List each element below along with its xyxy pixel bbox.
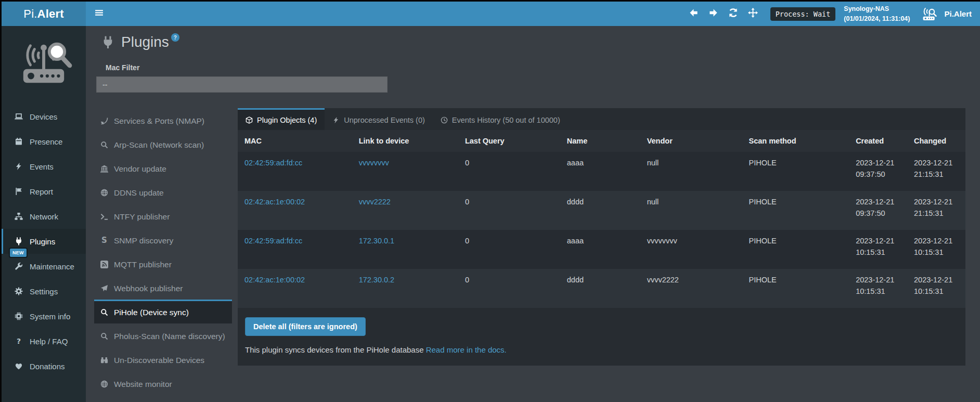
plugin-nav-item-services-ports-nmap[interactable]: Services & Ports (NMAP) bbox=[94, 108, 232, 132]
gear-icon bbox=[14, 287, 23, 295]
tab-unprocessed-events-0[interactable]: Unprocessed Events (0) bbox=[325, 108, 433, 130]
plugin-panel: Plugin Objects (4)Unprocessed Events (0)… bbox=[238, 108, 965, 366]
last-query-cell: 0 bbox=[458, 269, 560, 308]
rss-icon bbox=[99, 261, 109, 268]
search-icon bbox=[99, 308, 109, 316]
move-button[interactable] bbox=[743, 8, 763, 20]
created-cell: 2023-12-2110:15:31 bbox=[849, 230, 907, 269]
scan-method-cell: PIHOLE bbox=[742, 269, 849, 308]
app-logo bbox=[2, 38, 86, 89]
name-cell: aaaa bbox=[560, 152, 640, 191]
plugin-nav-label: NTFY publisher bbox=[114, 212, 170, 222]
mac-link[interactable]: 02:42:ac:1e:00:02 bbox=[244, 276, 305, 284]
device-link[interactable]: vvvvvvvv bbox=[359, 159, 389, 167]
plugin-nav-label: Website monitor bbox=[114, 380, 172, 389]
plugin-nav: Services & Ports (NMAP)Arp-Scan (Network… bbox=[94, 108, 232, 395]
page-title: Plugins bbox=[121, 34, 169, 50]
send-icon bbox=[99, 284, 109, 292]
column-header-scan-method: Scan method bbox=[742, 130, 849, 152]
plugin-nav-item-pihole-device-sync[interactable]: PiHole (Device sync) bbox=[94, 300, 232, 323]
mac-link[interactable]: 02:42:59:ad:fd:cc bbox=[244, 159, 302, 167]
sidebar-item-maintenance[interactable]: MaintenanceNEW bbox=[2, 254, 86, 279]
sidebar-item-system-info[interactable]: System info bbox=[2, 304, 86, 329]
name-cell: dddd bbox=[560, 269, 640, 308]
sidebar-item-label: System info bbox=[30, 312, 70, 321]
mac-filter-input[interactable] bbox=[96, 76, 388, 93]
plugin-nav-item-arp-scan-network-scan[interactable]: Arp-Scan (Network scan) bbox=[94, 132, 232, 156]
sidebar-item-help-faq[interactable]: ?Help / FAQ bbox=[2, 329, 86, 354]
app-window: Pi.Alert Process: Wait Synology-NAS (01/… bbox=[0, 0, 980, 402]
plugin-nav-label: MQTT publisher bbox=[114, 260, 172, 269]
refresh-button[interactable] bbox=[724, 8, 743, 20]
sidebar-toggle-button[interactable] bbox=[86, 2, 112, 26]
search-icon bbox=[99, 141, 109, 149]
help-badge[interactable]: ? bbox=[171, 33, 179, 42]
plugin-description: This plugin syncs devices from the PiHol… bbox=[245, 345, 958, 354]
brand-logo[interactable]: Pi.Alert bbox=[2, 2, 86, 26]
sidebar-item-devices[interactable]: Devices bbox=[2, 104, 86, 129]
tab-plugin-objects-4[interactable]: Plugin Objects (4) bbox=[238, 108, 325, 130]
sidebar-item-label: Settings bbox=[30, 287, 58, 296]
plugin-nav-item-un-discoverable-devices[interactable]: Un-Discoverable Devices bbox=[94, 347, 232, 371]
docs-link[interactable]: Read more in the docs. bbox=[426, 345, 507, 354]
device-link[interactable]: 172.30.0.1 bbox=[359, 237, 395, 245]
wrench-icon bbox=[14, 262, 23, 270]
sidebar-item-label: Help / FAQ bbox=[30, 337, 68, 346]
tab-label: Plugin Objects (4) bbox=[257, 116, 317, 124]
terminal-icon bbox=[99, 213, 109, 221]
plugin-nav-label: PiHole (Device sync) bbox=[114, 308, 189, 317]
topbar: Pi.Alert Process: Wait Synology-NAS (01/… bbox=[2, 2, 980, 26]
tab-label: Events History (50 out of 10000) bbox=[452, 116, 560, 124]
plugin-objects-table: MACLink to deviceLast QueryNameVendorSca… bbox=[238, 130, 965, 308]
vendor-cell: vvvv2222 bbox=[640, 269, 742, 308]
sidebar-item-settings[interactable]: Settings bbox=[2, 279, 86, 304]
plugin-nav-item-ddns-update[interactable]: DDNS update bbox=[94, 180, 232, 204]
changed-cell: 2023-12-2121:15:31 bbox=[907, 152, 965, 191]
new-badge: NEW bbox=[10, 249, 27, 257]
plugin-nav-item-website-monitor[interactable]: Website monitor bbox=[94, 371, 232, 395]
mac-link[interactable]: 02:42:59:ad:fd:cc bbox=[244, 237, 302, 245]
device-link[interactable]: 172.30.0.2 bbox=[359, 276, 395, 284]
column-header-created: Created bbox=[849, 130, 907, 152]
sidebar-item-presence[interactable]: Presence bbox=[2, 129, 86, 154]
sidebar-item-label: Events bbox=[30, 162, 54, 171]
tab-events-history-50-out-of-10000[interactable]: Events History (50 out of 10000) bbox=[433, 108, 568, 130]
plugin-nav-item-pholus-scan-name-discovery[interactable]: Pholus-Scan (Name discovery) bbox=[94, 323, 232, 347]
plug-icon bbox=[14, 237, 23, 245]
mac-link[interactable]: 02:42:ac:1e:00:02 bbox=[244, 198, 305, 206]
sidebar-item-events[interactable]: Events bbox=[2, 154, 86, 179]
globe-icon bbox=[99, 380, 109, 388]
vendor-cell: null bbox=[640, 152, 742, 191]
plug-icon bbox=[101, 36, 114, 51]
table-row: 02:42:ac:1e:00:02172.30.0.20ddddvvvv2222… bbox=[238, 269, 965, 308]
forward-button[interactable] bbox=[704, 8, 724, 20]
plugin-nav-item-webhook-publisher[interactable]: Webhook publisher bbox=[94, 276, 232, 300]
tab-bar: Plugin Objects (4)Unprocessed Events (0)… bbox=[238, 108, 965, 130]
plugin-nav-item-ntfy-publisher[interactable]: NTFY publisher bbox=[94, 204, 232, 228]
sidebar-item-report[interactable]: Report bbox=[2, 179, 86, 204]
column-header-changed: Changed bbox=[907, 130, 965, 152]
sidebar-item-network[interactable]: Network bbox=[2, 204, 86, 229]
sidebar-item-label: Maintenance bbox=[30, 262, 74, 271]
plugin-nav-item-vendor-update[interactable]: Vendor update bbox=[94, 156, 232, 180]
sidebar-item-label: Presence bbox=[30, 137, 62, 146]
scan-method-cell: PIHOLE bbox=[742, 191, 849, 230]
mac-filter: Mac Filter bbox=[96, 63, 980, 93]
binoculars-icon bbox=[99, 356, 109, 364]
column-header-last-query: Last Query bbox=[458, 130, 560, 152]
delete-all-button[interactable]: Delete all (filters are ignored) bbox=[245, 317, 366, 336]
bank-icon bbox=[99, 165, 109, 173]
device-link[interactable]: vvvv2222 bbox=[359, 198, 391, 206]
plugin-description-text: This plugin syncs devices from the PiHol… bbox=[245, 345, 424, 354]
plugin-nav-item-snmp-discovery[interactable]: SSNMP discovery bbox=[94, 228, 232, 252]
back-button[interactable] bbox=[684, 8, 704, 20]
router-icon bbox=[921, 7, 939, 21]
page-header: Plugins ? bbox=[101, 34, 980, 51]
brand-bold: Alert bbox=[37, 7, 64, 21]
hamburger-icon bbox=[95, 8, 104, 19]
arrow-right-icon bbox=[708, 8, 718, 20]
host-name: Synology-NAS bbox=[844, 4, 910, 14]
laptop-icon bbox=[14, 112, 23, 121]
sidebar-item-donations[interactable]: Donations bbox=[2, 354, 86, 379]
plugin-nav-item-mqtt-publisher[interactable]: MQTT publisher bbox=[94, 252, 232, 276]
